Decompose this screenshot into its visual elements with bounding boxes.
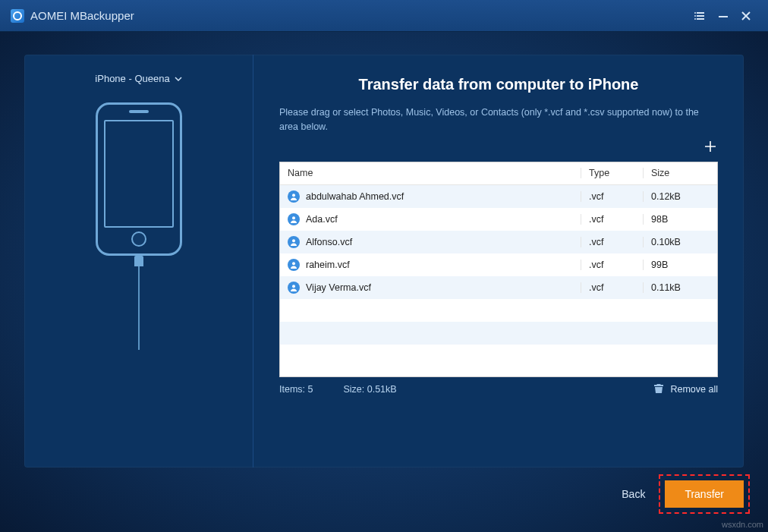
svg-rect-3 [719,16,728,17]
footer-actions: Back Transfer [622,474,750,514]
close-button[interactable] [735,5,757,27]
transfer-pane: Transfer data from computer to iPhone Pl… [253,55,744,467]
header-name[interactable]: Name [280,168,581,178]
transfer-button[interactable]: Transfer [665,480,744,508]
contact-icon [288,213,300,225]
phone-icon [96,102,182,256]
file-size: 0.12kB [643,191,717,202]
file-type: .vcf [581,282,643,293]
contact-icon [288,190,300,203]
table-row[interactable]: Ada.vcf .vcf 98B [280,208,717,231]
header-type[interactable]: Type [581,168,643,178]
app-window: AOMEI MBackupper iPhone - Queena [0,0,768,532]
contact-icon [288,259,300,271]
header-size[interactable]: Size [643,168,717,178]
table-row-empty [280,345,717,367]
trash-icon [653,383,664,394]
file-name: Alfonso.vcf [306,237,352,247]
file-size: 0.11kB [643,282,717,293]
app-title: AOMEI MBackupper [30,9,134,22]
file-size: 0.10kB [643,237,717,247]
svg-point-6 [292,239,295,242]
close-icon [740,10,752,22]
app-logo-icon [11,9,24,23]
page-subtext: Please drag or select Photos, Music, Vid… [279,105,718,134]
file-name: raheim.vcf [306,260,350,270]
remove-all-link[interactable]: Remove all [670,384,718,395]
total-size: Size: 0.51kB [343,384,396,395]
file-size: 98B [643,214,717,225]
svg-point-2 [694,18,696,20]
svg-point-1 [694,15,696,17]
plus-icon [703,139,718,154]
device-illustration [96,102,182,350]
add-files-button[interactable] [703,139,718,157]
remove-all-icon-button[interactable] [653,383,664,396]
file-name: abdulwahab Ahmed.vcf [306,191,404,202]
table-row-empty [280,322,717,345]
file-type: .vcf [581,191,643,202]
table-row[interactable]: Vijay Verma.vcf .vcf 0.11kB [280,276,717,299]
file-type: .vcf [581,260,643,270]
watermark: wsxdn.com [722,520,763,529]
file-type: .vcf [581,237,643,247]
minimize-button[interactable] [712,5,735,27]
table-row[interactable]: raheim.vcf .vcf 99B [280,253,717,276]
file-table: Name Type Size abdulwahab Ahmed.vcf .vcf… [279,162,718,377]
contact-icon [288,282,300,294]
file-name: Vijay Verma.vcf [306,282,371,293]
table-row[interactable]: abdulwahab Ahmed.vcf .vcf 0.12kB [280,185,717,208]
status-row: Items: 5 Size: 0.51kB Remove all [279,383,718,396]
svg-point-0 [694,12,696,14]
device-pane: iPhone - Queena [24,55,253,467]
svg-point-5 [292,216,295,219]
table-body: abdulwahab Ahmed.vcf .vcf 0.12kB Ada.vcf… [280,185,717,367]
file-size: 99B [643,260,717,270]
svg-point-7 [292,262,295,265]
chevron-down-icon [175,75,182,83]
transfer-highlight: Transfer [659,474,750,514]
title-bar: AOMEI MBackupper [0,0,768,32]
items-count: Items: 5 [279,384,313,395]
main-panel: iPhone - Queena Transfer data from compu… [24,55,744,467]
menu-list-button[interactable] [689,5,712,27]
page-title: Transfer data from computer to iPhone [279,76,718,93]
svg-point-4 [292,194,295,197]
back-button[interactable]: Back [622,488,645,500]
file-type: .vcf [581,214,643,225]
device-label: iPhone - Queena [95,73,169,84]
svg-point-8 [292,285,295,288]
minimize-icon [717,10,729,22]
table-row[interactable]: Alfonso.vcf .vcf 0.10kB [280,231,717,253]
table-row-empty [280,299,717,322]
contact-icon [288,236,300,248]
device-selector[interactable]: iPhone - Queena [95,73,181,84]
file-name: Ada.vcf [306,214,338,225]
list-icon [694,10,707,22]
table-header: Name Type Size [280,162,717,185]
